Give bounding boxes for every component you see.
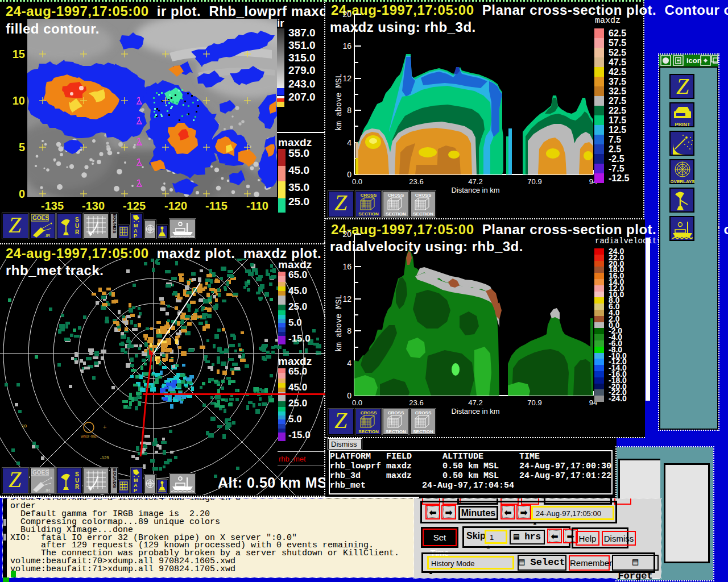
svg-text:Z: Z: [9, 214, 22, 238]
svg-text:SECTION: SECTION: [358, 211, 379, 217]
svg-text:U: U: [75, 477, 79, 484]
svg-text:16: 16: [342, 41, 351, 51]
svg-text:47.2: 47.2: [468, 398, 482, 407]
svg-text:OVERLAYS: OVERLAYS: [671, 179, 694, 184]
svg-text:CROSS: CROSS: [361, 410, 377, 415]
svg-text:P: P: [134, 233, 137, 238]
svg-text:Distance in km: Distance in km: [451, 186, 499, 194]
svg-text:23.6: 23.6: [409, 398, 423, 407]
svg-text:Z: Z: [334, 192, 348, 215]
svg-text:U: U: [75, 223, 79, 229]
svg-text:Z: Z: [9, 468, 22, 492]
svg-text:0.0: 0.0: [352, 177, 362, 186]
svg-text:Z: Z: [676, 75, 689, 99]
svg-text:4: 4: [347, 359, 351, 368]
svg-text:SECTION: SECTION: [386, 429, 406, 434]
svg-text:8: 8: [347, 326, 351, 335]
svg-text:20: 20: [342, 230, 351, 239]
svg-text:20: 20: [342, 10, 351, 19]
svg-text:+: +: [103, 423, 106, 430]
svg-text:0: 0: [347, 170, 351, 179]
svg-text:CROSS: CROSS: [415, 193, 432, 198]
svg-text:whor-met: whor-met: [80, 434, 97, 438]
svg-text:0.0: 0.0: [352, 398, 362, 407]
svg-text:SECTION: SECTION: [413, 211, 433, 217]
svg-text:GOES: GOES: [32, 469, 49, 476]
svg-text:23.6: 23.6: [409, 177, 423, 186]
svg-text:70.9: 70.9: [527, 398, 541, 407]
svg-text:10: 10: [22, 423, 27, 429]
svg-text:PRINT: PRINT: [675, 122, 691, 127]
svg-text:S: S: [75, 471, 79, 477]
svg-text:GOES: GOES: [32, 215, 49, 221]
svg-text:SECTION: SECTION: [386, 211, 406, 217]
svg-text:icon: icon: [686, 56, 702, 65]
svg-text:SECTION: SECTION: [413, 429, 433, 434]
svg-text:R: R: [75, 484, 80, 490]
svg-text:P: P: [134, 488, 137, 493]
svg-text:4: 4: [347, 138, 351, 147]
svg-text:km above MSL: km above MSL: [334, 294, 344, 352]
svg-text:Distance in km: Distance in km: [451, 407, 499, 415]
svg-text:CROSS: CROSS: [388, 410, 404, 415]
svg-text:.IR: .IR: [44, 488, 50, 493]
svg-text:12: 12: [342, 294, 351, 304]
svg-text:SECTION: SECTION: [358, 429, 379, 434]
svg-text:Z: Z: [334, 409, 348, 433]
svg-text:-125: -125: [100, 455, 110, 460]
svg-text:12: 12: [342, 74, 351, 83]
svg-text:km above MSL: km above MSL: [334, 73, 344, 131]
svg-text:0: 0: [347, 391, 351, 400]
svg-text:CROSS: CROSS: [415, 410, 432, 415]
svg-text:R: R: [75, 229, 80, 235]
svg-text:S: S: [75, 217, 79, 223]
svg-text:8: 8: [347, 106, 351, 115]
svg-text:70.9: 70.9: [527, 177, 541, 186]
svg-text:47.2: 47.2: [468, 177, 482, 186]
svg-text:16: 16: [342, 262, 351, 271]
svg-text:CROSS: CROSS: [361, 193, 377, 198]
svg-text:.IR: .IR: [44, 233, 50, 238]
svg-text:CROSS: CROSS: [388, 193, 404, 198]
